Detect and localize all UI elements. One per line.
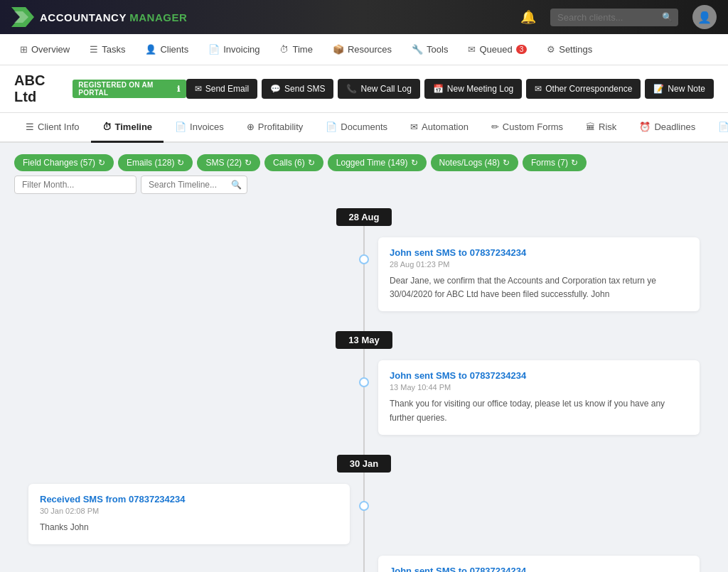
timeline-dot-13may bbox=[359, 377, 369, 387]
registered-badge: REGISTERED ON AM PORTAL ℹ bbox=[73, 80, 186, 98]
nav-item-queued[interactable]: ✉ Queued 3 bbox=[459, 40, 535, 59]
nav-item-invoicing-label: Invoicing bbox=[223, 44, 259, 55]
nav-item-tools[interactable]: 🔧 Tools bbox=[403, 40, 456, 59]
send-email-button[interactable]: ✉ Send Email bbox=[186, 79, 257, 99]
filter-notes-logs[interactable]: Notes/Logs (48) ↻ bbox=[431, 154, 518, 171]
field-changes-refresh-icon: ↻ bbox=[98, 158, 105, 168]
tab-invoices-label: Invoices bbox=[190, 122, 224, 132]
tab-navigation: ☰ Client Info ⏱ Timeline 📄 Invoices ⊕ Pr… bbox=[0, 113, 728, 143]
event-title-28aug: John sent SMS to 07837234234 bbox=[390, 247, 688, 258]
filter-field-changes-label: Field Changes (57) bbox=[23, 158, 95, 168]
tab-deadlines[interactable]: ⏰ Deadlines bbox=[628, 113, 707, 143]
logo-text: ACCOUNTANCY MANAGER bbox=[40, 11, 187, 23]
filter-emails[interactable]: Emails (128) ↻ bbox=[118, 154, 193, 171]
action-buttons: ✉ Send Email 💬 Send SMS 📞 New Call Log 📅… bbox=[186, 79, 714, 99]
nav-item-resources[interactable]: 📦 Resources bbox=[324, 40, 400, 59]
new-meeting-log-button[interactable]: 📅 New Meeting Log bbox=[424, 79, 522, 99]
filter-calls[interactable]: Calls (6) ↻ bbox=[264, 154, 323, 171]
client-name: ABC Ltd bbox=[14, 72, 65, 105]
filter-month-input[interactable] bbox=[14, 176, 136, 194]
event-title-30jan-right: John sent SMS to 07837234234 bbox=[390, 566, 688, 572]
date-marker-28aug: 28 Aug bbox=[28, 208, 700, 226]
send-sms-button[interactable]: 💬 Send SMS bbox=[262, 79, 333, 99]
nav-item-resources-label: Resources bbox=[348, 44, 392, 55]
nav-item-overview[interactable]: ⊞ Overview bbox=[11, 40, 78, 59]
other-correspondence-icon: ✉ bbox=[535, 84, 542, 94]
search-wrapper: 🔍 bbox=[550, 9, 678, 26]
nav-item-settings[interactable]: ⚙ Settings bbox=[538, 40, 601, 59]
bell-icon[interactable]: 🔔 bbox=[520, 9, 536, 25]
search-input[interactable] bbox=[550, 9, 678, 26]
filter-forms[interactable]: Forms (7) ↻ bbox=[523, 154, 587, 171]
filter-logged-time[interactable]: Logged Time (149) ↻ bbox=[328, 154, 427, 171]
tab-hmrc[interactable]: 📄 HMRC 64-8 bbox=[707, 113, 728, 143]
logo-icon bbox=[11, 7, 34, 27]
new-note-button[interactable]: 📝 New Note bbox=[645, 79, 714, 99]
filter-sms[interactable]: SMS (22) ↻ bbox=[197, 154, 260, 171]
send-email-icon: ✉ bbox=[195, 84, 202, 94]
logo-area: ACCOUNTANCY MANAGER bbox=[11, 7, 512, 27]
registered-badge-text: REGISTERED ON AM PORTAL bbox=[78, 81, 174, 97]
nav-item-tasks-label: Tasks bbox=[102, 44, 125, 55]
tab-documents-label: Documents bbox=[341, 122, 387, 132]
tab-custom-forms-label: Custom Forms bbox=[503, 122, 563, 132]
deadlines-icon: ⏰ bbox=[639, 122, 651, 132]
event-body-28aug: Dear Jane, we confirm that the Accounts … bbox=[390, 274, 688, 301]
new-meeting-log-label: New Meeting Log bbox=[447, 84, 513, 94]
tab-documents[interactable]: 📄 Documents bbox=[314, 113, 399, 143]
tab-automation[interactable]: ✉ Automation bbox=[399, 113, 480, 143]
nav-item-clients[interactable]: 👤 Clients bbox=[136, 40, 197, 59]
event-date-30jan-left: 30 Jan 02:08 PM bbox=[40, 507, 338, 515]
timeline-event-30jan-left: Received SMS from 07837234234 30 Jan 02:… bbox=[28, 478, 700, 550]
avatar[interactable]: 👤 bbox=[692, 5, 717, 29]
nav-item-queued-label: Queued bbox=[479, 44, 512, 55]
event-title-13may: John sent SMS to 07837234234 bbox=[390, 370, 688, 381]
tab-timeline[interactable]: ⏱ Timeline bbox=[91, 113, 164, 143]
timeline-dot-30jan-left bbox=[359, 501, 369, 511]
event-date-13may: 13 May 10:44 PM bbox=[390, 383, 688, 392]
logged-time-refresh-icon: ↻ bbox=[411, 158, 418, 168]
profitability-icon: ⊕ bbox=[247, 122, 255, 132]
custom-forms-icon: ✏ bbox=[491, 122, 499, 132]
other-correspondence-button[interactable]: ✉ Other Correspondence bbox=[526, 79, 641, 99]
top-navigation: ACCOUNTANCY MANAGER 🔔 🔍 👤 bbox=[0, 0, 728, 34]
date-pill-28aug: 28 Aug bbox=[336, 208, 392, 226]
documents-icon: 📄 bbox=[326, 122, 337, 132]
nav-item-invoicing[interactable]: 📄 Invoicing bbox=[200, 40, 268, 59]
invoicing-icon: 📄 bbox=[208, 44, 220, 55]
timeline-icon: ⏱ bbox=[102, 122, 112, 132]
new-call-log-label: New Call Log bbox=[360, 84, 411, 94]
nav-item-time[interactable]: ⏱ Time bbox=[271, 40, 321, 59]
clients-icon: 👤 bbox=[145, 44, 156, 55]
filter-emails-label: Emails (128) bbox=[127, 158, 174, 168]
new-call-log-button[interactable]: 📞 New Call Log bbox=[338, 79, 419, 99]
tab-profitability[interactable]: ⊕ Profitability bbox=[235, 113, 315, 143]
tab-client-info[interactable]: ☰ Client Info bbox=[14, 113, 91, 143]
event-right-30jan: John sent SMS to 07837234234 30 Jan 12:1… bbox=[28, 550, 700, 572]
date-pill-30jan: 30 Jan bbox=[337, 455, 391, 473]
tab-custom-forms[interactable]: ✏ Custom Forms bbox=[480, 113, 574, 143]
search-timeline-icon: 🔍 bbox=[231, 180, 242, 190]
filter-logged-time-label: Logged Time (149) bbox=[336, 158, 408, 168]
tab-timeline-label: Timeline bbox=[115, 122, 153, 132]
event-title-30jan-left: Received SMS from 07837234234 bbox=[40, 494, 338, 504]
tab-invoices[interactable]: 📄 Invoices bbox=[164, 113, 235, 143]
other-correspondence-label: Other Correspondence bbox=[545, 84, 632, 94]
tab-risk[interactable]: 🏛 Risk bbox=[574, 113, 628, 143]
event-card-28aug: John sent SMS to 07837234234 28 Aug 01:2… bbox=[378, 237, 700, 311]
risk-icon: 🏛 bbox=[586, 122, 595, 132]
filter-field-changes[interactable]: Field Changes (57) ↻ bbox=[14, 154, 114, 171]
nav-item-clients-label: Clients bbox=[160, 44, 188, 55]
event-date-28aug: 28 Aug 01:23 PM bbox=[390, 260, 688, 269]
filter-forms-label: Forms (7) bbox=[531, 158, 568, 168]
nav-item-tasks[interactable]: ☰ Tasks bbox=[81, 40, 134, 59]
timeline-event-13may: John sent SMS to 07837234234 13 May 10:4… bbox=[28, 355, 700, 440]
second-navigation: ⊞ Overview ☰ Tasks 👤 Clients 📄 Invoicing… bbox=[0, 34, 728, 65]
emails-refresh-icon: ↻ bbox=[177, 158, 184, 168]
timeline-dot-28aug bbox=[359, 254, 369, 264]
automation-icon: ✉ bbox=[410, 122, 418, 132]
queued-icon: ✉ bbox=[468, 44, 476, 55]
new-note-icon: 📝 bbox=[653, 84, 664, 94]
client-title-area: ABC Ltd REGISTERED ON AM PORTAL ℹ bbox=[14, 72, 186, 105]
date-marker-13may: 13 May bbox=[28, 331, 700, 349]
